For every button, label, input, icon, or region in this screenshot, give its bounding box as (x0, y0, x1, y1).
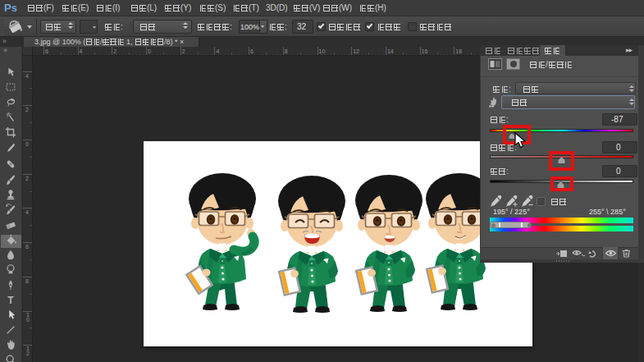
svg-text:T: T (7, 295, 14, 305)
